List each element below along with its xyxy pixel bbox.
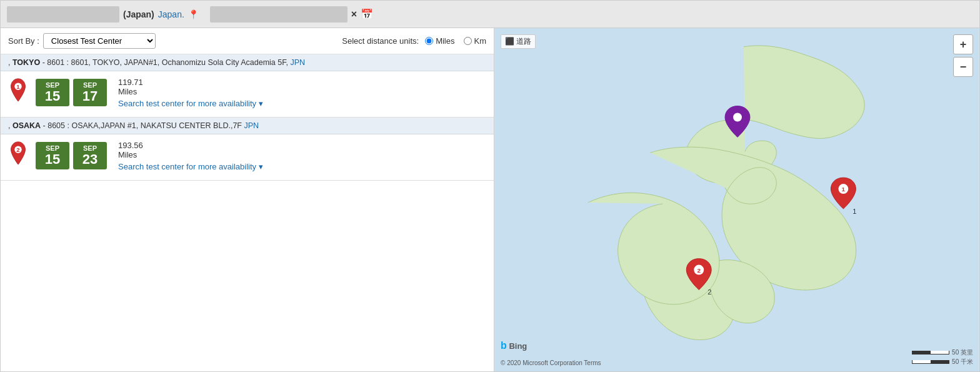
- top-bar-right: × 📅: [210, 6, 373, 23]
- km-option[interactable]: Km: [464, 36, 487, 46]
- sort-left: Sort By : Closest Test Center: [8, 33, 156, 49]
- distance-info-1: 119.71 Miles Search test center for more…: [118, 78, 263, 108]
- card-header-1: , TOKYO - 8601 : 8601, TOKYO, JAPAN#1, O…: [1, 54, 494, 71]
- card-city-name-1: TOKYO: [12, 58, 40, 67]
- zoom-in-button[interactable]: +: [953, 34, 973, 54]
- svg-text:2: 2: [708, 288, 711, 296]
- distance-value-2: 193.56: [118, 141, 263, 150]
- svg-text:1: 1: [842, 186, 846, 193]
- radio-group: Miles Km: [425, 36, 486, 46]
- content-area: Sort By : Closest Test Center Select dis…: [1, 28, 979, 371]
- card-address-1: - 8601 : 8601, TOKYO, JAPAN#1, Ochanomiz…: [40, 58, 290, 67]
- date-day-2-1: 23: [79, 152, 101, 167]
- card-city-prefix-1: ,: [8, 58, 12, 67]
- calendar-icon[interactable]: 📅: [361, 8, 373, 20]
- date-badges-2: SEP 15 SEP 23: [36, 142, 107, 169]
- map-pin-1: 1: [8, 78, 28, 103]
- map-pin-2: 2: [8, 141, 28, 166]
- map-panel: 1 2 1 2 ⬛ 道路 +: [494, 28, 979, 371]
- japan-link[interactable]: Japan.: [158, 9, 184, 19]
- card-city-name-2: OSAKA: [12, 121, 41, 130]
- card-body-2: 2 SEP 15 SEP 23 193.56 M: [1, 134, 494, 180]
- map-type-label[interactable]: ⬛ 道路: [501, 34, 536, 49]
- card-body-1: 1 SEP 15 SEP 17 119.71 M: [1, 71, 494, 117]
- bing-label: Bing: [509, 341, 527, 351]
- map-scale-bar: 50 英里 50 千米: [912, 348, 973, 366]
- card-country-link-2[interactable]: JPN: [244, 121, 259, 130]
- card-address-2: - 8605 : OSAKA,JAPAN #1, NAKATSU CENTER …: [41, 121, 244, 130]
- svg-text:2: 2: [16, 146, 19, 153]
- japan-label: (Japan): [123, 9, 154, 19]
- zoom-out-button[interactable]: −: [953, 57, 973, 77]
- distance-value-1: 119.71: [118, 78, 263, 87]
- sort-select[interactable]: Closest Test Center: [43, 33, 156, 49]
- distance-unit-2: Miles: [118, 150, 263, 159]
- top-bar-left: (Japan) Japan. 📍: [7, 6, 199, 23]
- location-input-placeholder: [7, 6, 119, 23]
- card-city-prefix-2: ,: [8, 121, 12, 130]
- sort-label: Sort By :: [8, 36, 39, 46]
- date-day-1-0: 15: [42, 89, 63, 104]
- km-radio[interactable]: [464, 37, 472, 45]
- date-badge-2-1[interactable]: SEP 23: [73, 142, 107, 169]
- km-label: Km: [474, 36, 487, 46]
- map-svg: 1 2 1 2: [494, 28, 979, 371]
- miles-radio[interactable]: [425, 37, 433, 45]
- scale-km: 50 千米: [912, 358, 973, 366]
- date-day-1-1: 17: [79, 89, 101, 104]
- test-center-card-2: , OSAKA - 8605 : OSAKA,JAPAN #1, NAKATSU…: [1, 118, 494, 181]
- distance-units: Select distance units: Miles Km: [342, 36, 486, 46]
- left-panel: Sort By : Closest Test Center Select dis…: [1, 28, 494, 371]
- miles-option[interactable]: Miles: [425, 36, 454, 46]
- map-container: 1 2 1 2 ⬛ 道路 +: [494, 28, 979, 371]
- distance-unit-1: Miles: [118, 87, 263, 96]
- svg-text:1: 1: [16, 83, 20, 90]
- scale-miles-label: 50 英里: [952, 348, 973, 357]
- distance-info-2: 193.56 Miles Search test center for more…: [118, 141, 263, 171]
- card-header-2: , OSAKA - 8605 : OSAKA,JAPAN #1, NAKATSU…: [1, 118, 494, 134]
- pin-icon: 📍: [188, 9, 199, 19]
- svg-text:1: 1: [852, 208, 856, 215]
- miles-label: Miles: [436, 36, 454, 46]
- close-button[interactable]: ×: [351, 9, 357, 20]
- svg-text:2: 2: [697, 267, 701, 274]
- sort-bar: Sort By : Closest Test Center Select dis…: [1, 28, 494, 54]
- date-badge-1-1[interactable]: SEP 17: [73, 79, 107, 106]
- date-badge-1-0[interactable]: SEP 15: [36, 79, 69, 106]
- map-scale: 50 英里 50 千米: [912, 348, 973, 366]
- scale-miles: 50 英里: [912, 348, 973, 357]
- date-day-2-0: 15: [42, 152, 63, 167]
- date-input-placeholder: [210, 6, 348, 23]
- scale-km-label: 50 千米: [952, 358, 973, 366]
- search-availability-link-2[interactable]: Search test center for more availability…: [118, 162, 263, 171]
- date-badges-1: SEP 15 SEP 17: [36, 79, 107, 106]
- map-controls: + −: [953, 34, 973, 77]
- bing-logo: b Bing: [501, 340, 527, 351]
- svg-point-5: [733, 113, 742, 122]
- top-bar: (Japan) Japan. 📍 × 📅: [1, 1, 979, 28]
- test-center-card-1: , TOKYO - 8601 : 8601, TOKYO, JAPAN#1, O…: [1, 54, 494, 118]
- card-country-link-1[interactable]: JPN: [290, 58, 305, 67]
- date-badge-2-0[interactable]: SEP 15: [36, 142, 69, 169]
- search-availability-link-1[interactable]: Search test center for more availability…: [118, 99, 263, 108]
- map-attribution: © 2020 Microsoft Corporation Terms: [501, 359, 601, 366]
- distance-units-label: Select distance units:: [342, 36, 419, 46]
